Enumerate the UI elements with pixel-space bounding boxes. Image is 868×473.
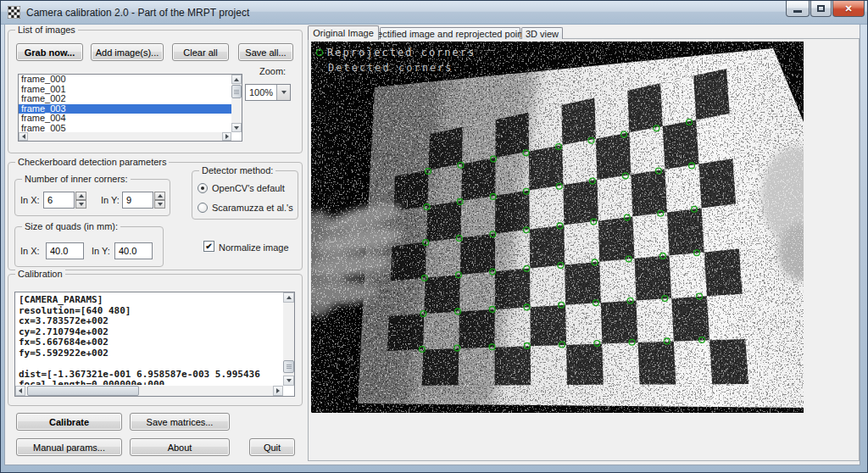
calib-hscroll-thumb[interactable]: [27, 386, 139, 396]
close-button[interactable]: ✕: [832, 1, 865, 17]
spin-down-icon: [158, 203, 163, 206]
list-item[interactable]: frame_005: [19, 124, 231, 133]
radio-opencv-default[interactable]: [198, 183, 208, 193]
calib-scroll-left-button[interactable]: [15, 386, 25, 396]
legend-reprojected: Reprojected corners: [327, 47, 476, 58]
tab-original-image[interactable]: Original Image: [308, 25, 379, 40]
list-scroll-up-button[interactable]: [231, 75, 242, 84]
arrow-right-icon: [225, 134, 229, 139]
arrow-up-icon: [234, 78, 239, 81]
in-x-corners-spinner[interactable]: [75, 192, 86, 209]
save-matrices-button[interactable]: Save matrices...: [130, 413, 230, 431]
list-scroll-right-button[interactable]: [222, 132, 231, 141]
quad-x-field[interactable]: [46, 242, 84, 259]
calibrate-button[interactable]: Calibrate: [16, 413, 122, 431]
add-images-button[interactable]: Add image(s)...: [91, 43, 164, 61]
calib-line: dist=[-1.367321e-001 6.958587e-003 5.995…: [16, 369, 281, 380]
arrow-up-icon: [287, 296, 292, 299]
clear-all-button[interactable]: Clear all: [172, 43, 229, 61]
quit-button[interactable]: Quit: [249, 438, 295, 456]
spin-down-icon: [79, 203, 84, 206]
list-scroll-down-button[interactable]: [231, 123, 242, 132]
camera-image: Reprojected corners Detected corners: [311, 42, 804, 413]
arrow-left-icon: [22, 134, 25, 139]
list-item[interactable]: frame_000: [19, 75, 231, 85]
calib-vscroll-thumb[interactable]: [283, 360, 294, 373]
detection-params-label: Checkerboard detection parameters: [15, 157, 169, 167]
app-icon: [8, 6, 20, 19]
calibration-text: [CAMERA_PARAMS] resolution=[640 480] cx=…: [16, 294, 281, 385]
in-y-label: In Y:: [101, 195, 120, 205]
quad-x-label: In X:: [20, 246, 40, 256]
arrow-down-icon: [234, 126, 239, 130]
spin-up-icon: [158, 194, 163, 198]
save-all-button[interactable]: Save all...: [238, 43, 293, 61]
spin-up-icon: [79, 194, 84, 198]
list-vscroll-thumb[interactable]: [231, 85, 242, 98]
in-y-corners-field[interactable]: [122, 192, 153, 209]
maximize-icon: [817, 5, 825, 12]
legend-detected: Detected corners: [328, 62, 453, 74]
calib-line: fx=5.667684e+002: [16, 337, 281, 348]
quad-size-label: Size of quads (in mm):: [22, 221, 120, 231]
app-window: Camera calibration 2.0 - Part of the MRP…: [0, 0, 868, 473]
radio-selected-dot: [201, 186, 204, 190]
tab-3d-view[interactable]: 3D view: [521, 27, 563, 39]
arrow-right-icon: [276, 388, 280, 393]
calibration-results-textarea[interactable]: [CAMERA_PARAMS] resolution=[640 480] cx=…: [14, 292, 295, 397]
close-icon: ✕: [844, 3, 852, 14]
normalize-image-checkbox[interactable]: ✔: [203, 241, 214, 252]
check-icon: ✔: [205, 242, 212, 251]
list-item[interactable]: frame_004: [19, 114, 231, 124]
calib-line: fy=5.592922e+002: [16, 348, 281, 359]
in-x-corners-field[interactable]: [43, 192, 75, 209]
list-of-images-label: List of images: [15, 25, 78, 35]
calib-scroll-up-button[interactable]: [283, 292, 294, 303]
image-list-items: frame_000 frame_001 frame_002 frame_003 …: [19, 75, 231, 132]
calib-scroll-down-button[interactable]: [283, 376, 294, 386]
zoom-dropdown-button[interactable]: [276, 85, 290, 100]
minimize-icon: [793, 10, 802, 13]
in-y-corners-spinner[interactable]: [154, 192, 165, 209]
radio-opencv-label[interactable]: OpenCV's default: [212, 183, 285, 193]
arrow-down-icon: [287, 379, 292, 382]
calib-line: cy=2.710794e+002: [16, 326, 281, 337]
list-hscrollbar[interactable]: [19, 132, 231, 141]
manual-params-button[interactable]: Manual params...: [16, 438, 122, 456]
calib-line: resolution=[640 480]: [16, 305, 281, 316]
zoom-value: 100%: [249, 87, 273, 97]
quad-y-field[interactable]: [114, 242, 153, 259]
about-button[interactable]: About: [130, 438, 230, 456]
image-list[interactable]: frame_000 frame_001 frame_002 frame_003 …: [18, 74, 242, 142]
calib-line: [16, 358, 281, 369]
calib-scroll-right-button[interactable]: [273, 386, 283, 396]
detector-method-label: Detector method:: [199, 165, 275, 175]
list-scroll-left-button[interactable]: [19, 132, 28, 141]
normalize-image-label[interactable]: Normalize image: [219, 242, 289, 253]
in-x-label: In X:: [20, 195, 40, 205]
calib-line: cx=3.783572e+002: [16, 315, 281, 326]
calib-line: focal_length=0.000000e+000: [16, 379, 281, 385]
arrow-left-icon: [19, 388, 22, 393]
window-title: Camera calibration 2.0 - Part of the MRP…: [26, 7, 249, 19]
grab-now-button[interactable]: Grab now...: [16, 43, 83, 61]
zoom-combobox[interactable]: 100%: [245, 84, 291, 101]
maximize-button[interactable]: [810, 1, 832, 17]
title-bar[interactable]: Camera calibration 2.0 - Part of the MRP…: [1, 1, 868, 25]
inner-corners-label: Number of inner corners:: [22, 174, 131, 184]
quad-y-label: In Y:: [92, 246, 110, 256]
radio-scaramuzza-label[interactable]: Scaramuzza et al.'s: [212, 203, 293, 213]
zoom-label: Zoom:: [259, 66, 286, 76]
calibration-label: Calibration: [15, 269, 65, 279]
tab-rectified-image[interactable]: Rectified image and reprojected points: [380, 27, 520, 39]
list-item[interactable]: frame_002: [19, 94, 231, 104]
minimize-button[interactable]: [786, 1, 810, 17]
calib-line: [CAMERA_PARAMS]: [16, 294, 281, 305]
radio-scaramuzza[interactable]: [198, 203, 208, 213]
chevron-down-icon: [281, 91, 287, 94]
